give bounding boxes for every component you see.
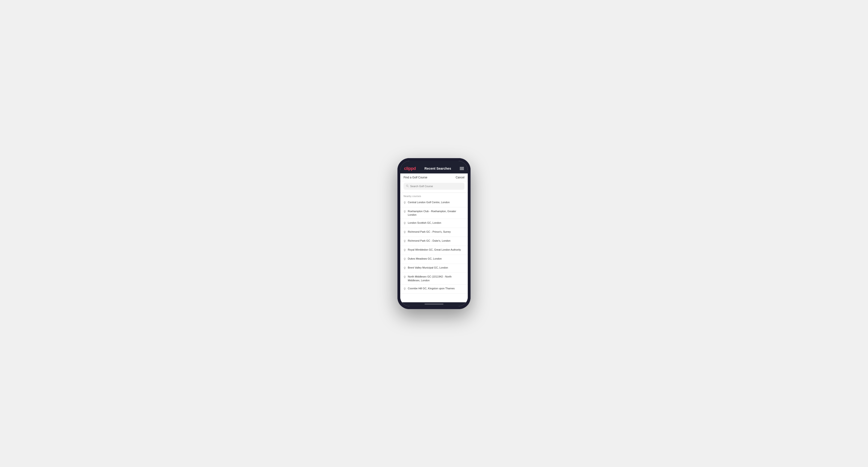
search-box <box>404 183 464 190</box>
list-item[interactable]: Coombe Hill GC, Kingston upon Thames <box>400 285 468 293</box>
course-name: Roehampton Club - Roehampton, Greater Lo… <box>408 210 464 217</box>
menu-line-2 <box>460 168 464 169</box>
search-icon <box>406 184 409 188</box>
menu-line-1 <box>460 167 464 167</box>
course-name: London Scottish GC, London <box>408 221 441 225</box>
nearby-label: Nearby courses <box>400 193 468 198</box>
list-item[interactable]: Central London Golf Centre, London <box>400 198 468 208</box>
find-golf-course-label: Find a Golf Course <box>404 176 427 179</box>
list-item[interactable]: Royal Wimbledon GC, Great London Authori… <box>400 246 468 255</box>
home-indicator <box>400 302 468 306</box>
cancel-button[interactable]: Cancel <box>456 176 464 179</box>
course-name: Coombe Hill GC, Kingston upon Thames <box>408 287 455 290</box>
search-container <box>400 181 468 192</box>
course-name: Brent Valley Municipal GC, London <box>408 266 448 270</box>
phone-notch <box>400 161 468 164</box>
list-item[interactable]: London Scottish GC, London <box>400 219 468 228</box>
nav-title: Recent Searches <box>425 166 451 170</box>
course-name: Richmond Park GC - Prince's, Surrey <box>408 230 451 234</box>
pin-icon <box>404 266 406 271</box>
nav-bar: clippd Recent Searches <box>400 164 468 174</box>
pin-icon <box>404 230 406 235</box>
phone-device: clippd Recent Searches Find a Golf Cours… <box>397 158 471 309</box>
course-name: Central London Golf Centre, London <box>408 200 450 204</box>
course-name: Royal Wimbledon GC, Great London Authori… <box>408 248 461 252</box>
list-item[interactable]: North Middlesex GC (1011942 - North Midd… <box>400 273 468 285</box>
pin-icon <box>404 248 406 252</box>
menu-icon[interactable] <box>460 167 464 170</box>
course-name: Richmond Park GC - Duke's, London <box>408 239 451 243</box>
pin-icon <box>404 257 406 261</box>
course-name: North Middlesex GC (1011942 - North Midd… <box>408 275 464 282</box>
home-bar <box>425 304 443 304</box>
pin-icon <box>404 275 406 279</box>
pin-icon <box>404 239 406 244</box>
list-item[interactable]: Brent Valley Municipal GC, London <box>400 264 468 273</box>
content-area: Find a Golf Course Cancel Nearby <box>400 174 468 302</box>
list-item[interactable]: Dukes Meadows GC, London <box>400 255 468 264</box>
list-item[interactable]: Richmond Park GC - Prince's, Surrey <box>400 228 468 237</box>
list-item[interactable]: Richmond Park GC - Duke's, London <box>400 237 468 246</box>
pin-icon <box>404 201 406 205</box>
course-name: Dukes Meadows GC, London <box>408 257 442 260</box>
phone-screen: clippd Recent Searches Find a Golf Cours… <box>400 161 468 306</box>
search-input[interactable] <box>410 185 462 188</box>
pin-icon <box>404 221 406 226</box>
pin-icon <box>404 210 406 214</box>
svg-line-1 <box>408 186 408 187</box>
find-header: Find a Golf Course Cancel <box>400 174 468 181</box>
list-item[interactable]: Roehampton Club - Roehampton, Greater Lo… <box>400 208 468 219</box>
app-logo: clippd <box>404 166 416 171</box>
pin-icon <box>404 287 406 291</box>
menu-line-3 <box>460 169 464 170</box>
nearby-section: Nearby courses Central London Golf Centr… <box>400 193 468 302</box>
